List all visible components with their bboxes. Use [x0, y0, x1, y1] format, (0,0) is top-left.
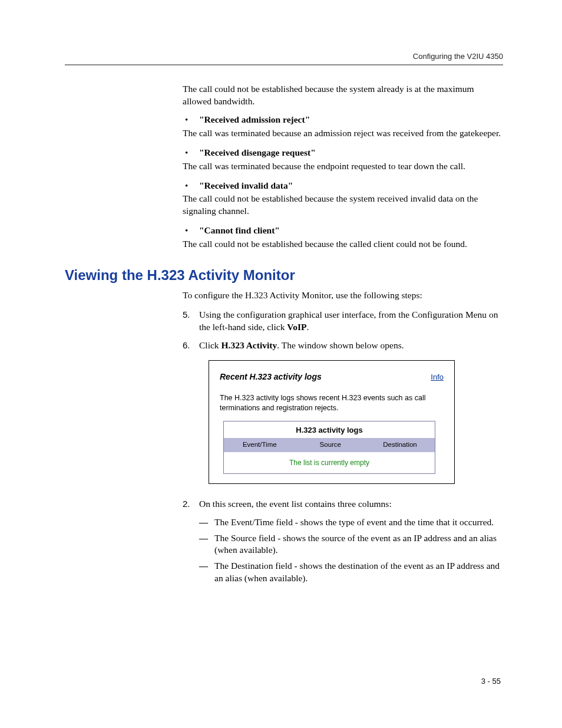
step-text: Using the configuration graphical user i…	[199, 309, 503, 334]
bullet-icon: •	[183, 114, 199, 126]
bullet-label: "Received invalid data"	[199, 180, 293, 192]
sub-text: The Event/Time field - shows the type of…	[214, 516, 503, 529]
step-item: 2. On this screen, the event list contai…	[183, 498, 503, 510]
step-list: 5. Using the configuration graphical use…	[183, 309, 503, 352]
step-marker: 5.	[183, 309, 199, 334]
activity-panel: Recent H.323 activity logs Info The H.32…	[209, 360, 455, 484]
panel-title: Recent H.323 activity logs	[220, 371, 322, 383]
col-source: Source	[296, 438, 365, 452]
header-rule	[65, 64, 503, 65]
bullet-icon: •	[183, 180, 199, 192]
info-link[interactable]: Info	[431, 372, 444, 383]
bullet-item: • "Received invalid data"	[183, 180, 503, 192]
document-page: Configuring the V2IU 4350 The call could…	[0, 0, 562, 728]
step-marker: 6.	[183, 340, 199, 352]
bullet-description: The call could not be established becaus…	[183, 238, 503, 251]
sub-item: — The Source field - shows the source of…	[199, 532, 503, 557]
activity-table: H.323 activity logs Event/Time Source De…	[223, 421, 435, 473]
sub-text: The Source field - shows the source of t…	[214, 532, 503, 557]
bullet-description: The call could not be established becaus…	[183, 193, 503, 218]
dash-icon: —	[199, 532, 214, 557]
panel-header-row: Recent H.323 activity logs Info	[220, 371, 444, 383]
step-bold: VoIP	[287, 322, 306, 332]
bullet-icon: •	[183, 147, 199, 159]
step-list-continued: 2. On this screen, the event list contai…	[183, 498, 503, 510]
table-caption: H.323 activity logs	[224, 421, 435, 438]
step-text: On this screen, the event list contains …	[199, 498, 503, 510]
col-event-time: Event/Time	[224, 438, 296, 452]
step-bold: H.323 Activity	[221, 340, 277, 350]
section-intro: To configure the H.323 Activity Monitor,…	[183, 289, 503, 302]
bullet-item: • "Received admission reject"	[183, 114, 503, 126]
dash-icon: —	[199, 560, 214, 585]
step-item: 5. Using the configuration graphical use…	[183, 309, 503, 334]
page-number: 3 - 55	[481, 677, 501, 686]
bullet-description: The call was terminated because an admis…	[183, 127, 503, 140]
section-heading: Viewing the H.323 Activity Monitor	[65, 267, 503, 284]
table-header-row: Event/Time Source Destination	[224, 438, 435, 452]
body-column: The call could not be established becaus…	[183, 83, 503, 251]
table-empty-row: The list is currently empty	[224, 452, 435, 474]
intro-paragraph: The call could not be established becaus…	[183, 83, 503, 108]
panel-description: The H.323 activity logs shows recent H.3…	[220, 393, 444, 413]
bullet-icon: •	[183, 225, 199, 237]
sub-item: — The Event/Time field - shows the type …	[199, 516, 503, 529]
step-text-pre: Click	[199, 340, 221, 350]
section-body: To configure the H.323 Activity Monitor,…	[183, 289, 503, 585]
running-header: Configuring the V2IU 4350	[65, 52, 503, 61]
sub-text: The Destination field - shows the destin…	[214, 560, 503, 585]
step-text-post: . The window shown below opens.	[277, 340, 404, 350]
step-item: 6. Click H.323 Activity. The window show…	[183, 340, 503, 352]
step-text: Click H.323 Activity. The window shown b…	[199, 340, 503, 352]
dash-icon: —	[199, 516, 214, 529]
bullet-label: "Received disengage request"	[199, 147, 316, 159]
bullet-item: • "Received disengage request"	[183, 147, 503, 159]
sub-item: — The Destination field - shows the dest…	[199, 560, 503, 585]
step-marker: 2.	[183, 498, 199, 510]
bullet-label: "Received admission reject"	[199, 114, 310, 126]
table-empty-text: The list is currently empty	[224, 452, 435, 474]
figure-panel: Recent H.323 activity logs Info The H.32…	[209, 360, 503, 484]
step-text-post: .	[306, 322, 309, 332]
bullet-description: The call was terminated because the endp…	[183, 160, 503, 173]
col-destination: Destination	[365, 438, 435, 452]
bullet-label: "Cannot find client"	[199, 225, 280, 237]
step-text-pre: Using the configuration graphical user i…	[199, 309, 498, 332]
bullet-item: • "Cannot find client"	[183, 225, 503, 237]
